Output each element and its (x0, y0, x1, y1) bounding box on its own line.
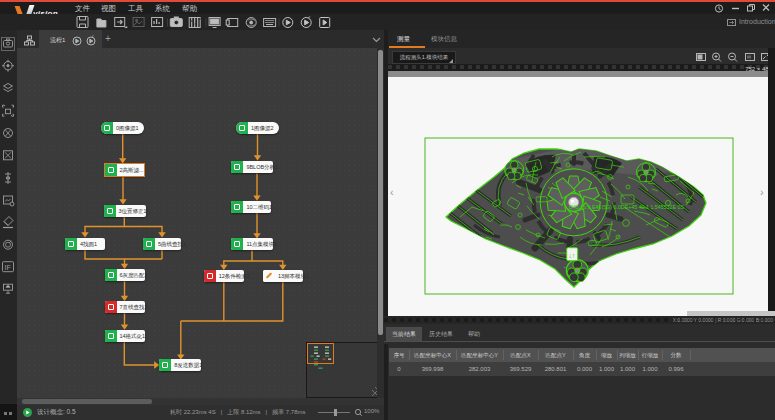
svg-text:‹: ‹ (390, 186, 394, 198)
svg-text:D45 1b:9 E45(5G) 6.0DE+45 40.1: D45 1b:9 E45(5G) 6.0DE+45 40.1 1.545532E… (569, 204, 684, 210)
svg-text:↓↑: ↓↑ (568, 252, 575, 259)
svg-text:IF: IF (5, 264, 11, 271)
svg-text:›: › (760, 186, 764, 198)
